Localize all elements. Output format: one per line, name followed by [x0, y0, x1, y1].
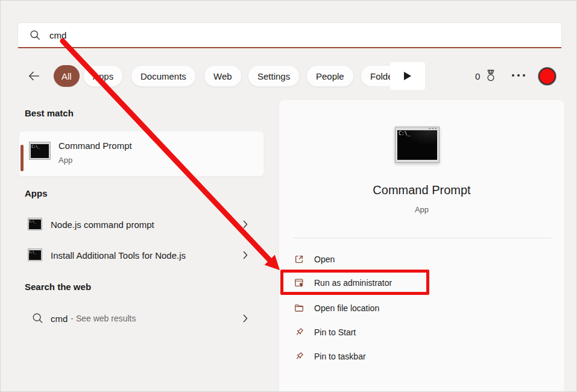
action-label: Open file location [314, 301, 379, 315]
apps-section-header: Apps [25, 188, 48, 198]
best-match-type: App [58, 156, 72, 165]
web-suffix: - See web results [71, 314, 136, 323]
web-section-header: Search the web [25, 282, 91, 292]
web-result-cmd[interactable]: cmd - See web results [19, 305, 264, 332]
search-query-text: cmd [49, 30, 66, 40]
search-icon [32, 312, 43, 324]
search-icon [30, 30, 40, 40]
app-result-node-tools[interactable]: C:\_ Install Additional Tools for Node.j… [19, 242, 264, 268]
chevron-right-icon[interactable] [243, 314, 248, 323]
result-label: Node.js command prompt [51, 211, 154, 238]
app-result-nodejs-prompt[interactable]: C:\_ Node.js command prompt [19, 211, 264, 238]
action-label: Open [314, 252, 335, 267]
pin-icon [294, 351, 304, 362]
best-match-header: Best match [25, 108, 74, 118]
tab-label: Documents [140, 71, 186, 81]
best-match-title: Command Prompt [58, 141, 132, 151]
result-label: cmd - See web results [51, 305, 136, 332]
pin-icon [294, 327, 304, 338]
terminal-app-icon: C:\_ [28, 218, 42, 230]
windows-search-flyout: cmd All Apps Documents Web Settings Peop… [0, 0, 577, 392]
tab-label: Folders [370, 71, 391, 81]
tab-documents[interactable]: Documents [131, 65, 196, 87]
tab-people[interactable]: People [306, 65, 354, 87]
tabs-scroll-right-icon[interactable] [403, 71, 412, 81]
chevron-right-icon[interactable] [243, 220, 248, 229]
command-prompt-icon: C:\_ [29, 142, 51, 160]
rewards-count: 0 [475, 71, 480, 81]
command-prompt-icon-large: C:\_ [395, 127, 440, 163]
selection-accent-bar [20, 145, 24, 171]
action-label: Pin to Start [314, 325, 356, 340]
tab-label: All [61, 71, 72, 81]
rewards-medal-icon [484, 69, 497, 83]
tab-folders[interactable]: Folders [361, 65, 391, 87]
rewards-badge[interactable]: 0 [475, 68, 497, 84]
tab-web[interactable]: Web [204, 65, 242, 87]
chevron-right-icon[interactable] [243, 251, 248, 259]
result-label: Install Additional Tools for Node.js [51, 242, 186, 268]
web-query: cmd [51, 314, 68, 324]
tab-all[interactable]: All [54, 65, 80, 87]
action-open[interactable]: Open [279, 252, 564, 267]
tab-label: Web [213, 71, 232, 81]
preview-type: App [279, 205, 564, 214]
preview-title: Command Prompt [279, 183, 564, 197]
open-icon [294, 254, 304, 265]
user-avatar[interactable] [538, 68, 556, 85]
action-open-file-location[interactable]: Open file location [279, 301, 564, 315]
search-input[interactable]: cmd [17, 22, 562, 48]
best-match-result[interactable]: C:\_ Command Prompt App [19, 131, 264, 177]
tab-settings[interactable]: Settings [248, 65, 300, 87]
preview-panel: C:\_ Command Prompt App Open Run as admi… [279, 100, 564, 392]
terminal-app-icon: C:\_ [28, 248, 42, 261]
annotation-highlight-box [280, 270, 429, 295]
tab-label: Apps [93, 71, 113, 81]
tab-label: Settings [257, 71, 290, 81]
action-label: Pin to taskbar [314, 349, 366, 364]
back-arrow-icon[interactable] [27, 69, 40, 83]
tab-label: People [316, 71, 344, 81]
action-pin-to-taskbar[interactable]: Pin to taskbar [279, 349, 564, 364]
more-options-icon[interactable] [512, 74, 525, 77]
tab-apps[interactable]: Apps [83, 65, 123, 87]
divider [294, 238, 551, 238]
folder-icon [294, 303, 304, 314]
action-pin-to-start[interactable]: Pin to Start [279, 325, 564, 340]
